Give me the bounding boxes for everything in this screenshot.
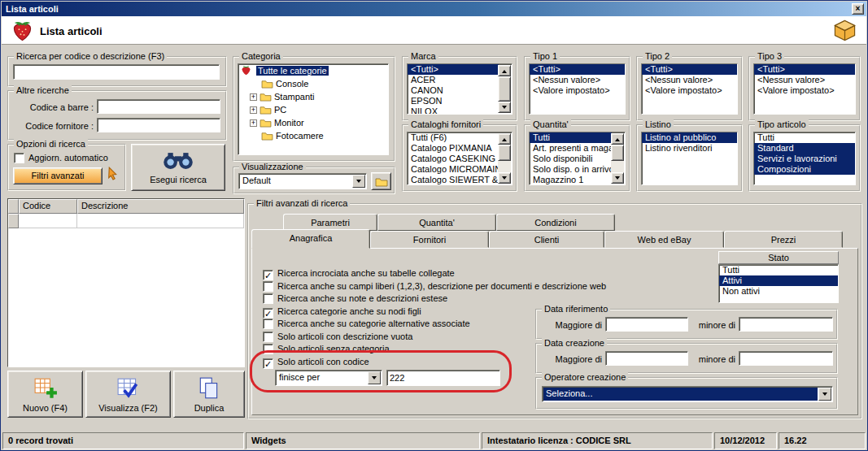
- list-item[interactable]: <Valore impostato>: [530, 85, 625, 96]
- list-item[interactable]: Magazzino 1: [530, 175, 612, 185]
- page-title: Lista articoli: [40, 25, 103, 37]
- tree-item-root[interactable]: Tutte le categorie: [238, 64, 388, 77]
- checkbox-unchecked-icon[interactable]: [14, 153, 24, 163]
- table-cell: [77, 214, 244, 228]
- folder-icon: [375, 176, 388, 189]
- list-item[interactable]: <Nessun valore>: [754, 75, 855, 85]
- list-item[interactable]: Tutti: [530, 132, 612, 143]
- license-panel: Intestatario licenza : CODICE SRL: [482, 432, 713, 449]
- scrollbar-thumb[interactable]: [498, 145, 511, 161]
- list-item[interactable]: <Tutti>: [754, 64, 855, 75]
- column-header-descrizione[interactable]: Descrizione: [77, 199, 244, 214]
- tree-item[interactable]: Console: [238, 77, 388, 90]
- list-item[interactable]: Tutti (F6): [408, 132, 499, 143]
- esegui-ricerca-label: Esegui ricerca: [132, 175, 225, 184]
- chevron-down-icon[interactable]: [352, 175, 365, 188]
- supplier-code-input[interactable]: [97, 118, 220, 132]
- cataloghi-list: Tutti (F6) Catalogo PIXMANIA Catalogo CA…: [407, 132, 513, 185]
- tab-prezzi[interactable]: Prezzi: [724, 231, 843, 248]
- scrollbar[interactable]: [611, 133, 624, 184]
- group-visualizzazione: Visualizzazione Default: [233, 167, 395, 194]
- scrollbar[interactable]: [498, 133, 511, 184]
- tab-quantita[interactable]: Quantita': [377, 214, 496, 231]
- nuovo-label: Nuovo (F4): [10, 403, 81, 413]
- barcode-input[interactable]: [97, 99, 220, 114]
- search-code-input[interactable]: [13, 64, 220, 80]
- tipo1-list: <Tutti> <Nessun valore> <Valore impostat…: [529, 63, 626, 115]
- close-icon: ×: [856, 4, 861, 13]
- list-item[interactable]: Listino al pubblico: [642, 132, 737, 143]
- list-item[interactable]: Catalogo CASEKING: [408, 154, 499, 164]
- list-item[interactable]: Tutti: [754, 132, 855, 143]
- auto-update-checkbox-row[interactable]: Aggiorn. automatico: [14, 152, 108, 163]
- list-item[interactable]: <Nessun valore>: [530, 75, 625, 85]
- tipo2-list: <Tutti> <Nessun valore> <Valore impostat…: [641, 63, 738, 115]
- list-item[interactable]: <Valore impostato>: [754, 85, 855, 96]
- list-item[interactable]: Servizi e lavorazioni: [754, 154, 855, 164]
- package-icon[interactable]: [833, 19, 857, 42]
- tree-item-label: Console: [276, 79, 308, 89]
- barcode-label: Codice a barre :: [11, 102, 94, 113]
- list-item[interactable]: ACER: [408, 75, 499, 85]
- tree-item[interactable]: +Stampanti: [238, 90, 388, 103]
- list-item[interactable]: Listino rivenditori: [642, 143, 737, 154]
- tree-item[interactable]: +PC: [238, 103, 388, 116]
- group-label: Tipo articolo: [755, 119, 809, 130]
- list-item[interactable]: Catalogo PIXMANIA: [408, 143, 499, 154]
- tab-anagrafica[interactable]: Anagrafica: [251, 229, 370, 249]
- tab-web-ed-ebay[interactable]: Web ed eBay: [604, 231, 724, 248]
- row-selector-cell[interactable]: [8, 214, 19, 228]
- tab-condizioni[interactable]: Condizioni: [496, 214, 615, 231]
- esegui-ricerca-button[interactable]: Esegui ricerca: [131, 144, 225, 191]
- list-item[interactable]: Catalogo SIEWERT & K: [408, 175, 499, 185]
- tab-parametri[interactable]: Parametri: [283, 214, 377, 231]
- list-item[interactable]: Solo disponibili: [530, 154, 612, 164]
- list-item[interactable]: Composizioni: [754, 164, 855, 175]
- visualizzazione-select[interactable]: Default: [238, 173, 367, 189]
- list-item[interactable]: <Valore impostato>: [642, 85, 737, 96]
- scroll-up-icon[interactable]: [498, 133, 511, 145]
- expand-plus-icon[interactable]: +: [250, 119, 257, 127]
- table-cell: [19, 214, 77, 228]
- list-item[interactable]: Catalogo MICROMAIN1: [408, 164, 499, 175]
- scroll-up-icon[interactable]: [611, 133, 624, 145]
- list-item[interactable]: Solo disp. o in arrivo: [530, 164, 612, 175]
- group-listino: Listino Listino al pubblico Listino rive…: [636, 124, 743, 192]
- scroll-down-icon[interactable]: [498, 102, 511, 113]
- list-item[interactable]: <Tutti>: [642, 64, 737, 75]
- widgets-panel: Widgets: [246, 432, 480, 449]
- visualizza-button[interactable]: Visualizza (F2): [85, 371, 171, 418]
- tab-fornitori[interactable]: Fornitori: [370, 231, 489, 248]
- expand-plus-icon[interactable]: +: [250, 106, 257, 114]
- list-item[interactable]: CANON: [408, 85, 499, 96]
- list-item[interactable]: Standard: [754, 143, 855, 154]
- tab-clienti[interactable]: Clienti: [489, 231, 604, 248]
- scrollbar-thumb[interactable]: [611, 145, 624, 161]
- list-item[interactable]: <Tutti>: [530, 64, 625, 75]
- scroll-down-icon[interactable]: [498, 172, 511, 184]
- duplica-button[interactable]: Duplica: [173, 371, 245, 418]
- list-item[interactable]: NILOX: [408, 106, 499, 115]
- scroll-down-icon[interactable]: [611, 172, 624, 184]
- scrollbar-thumb[interactable]: [498, 76, 511, 102]
- tree-item-label: Tutte le categorie: [256, 66, 329, 76]
- open-view-folder-button[interactable]: [371, 172, 391, 190]
- expand-plus-icon[interactable]: +: [250, 93, 257, 101]
- list-item[interactable]: EPSON: [408, 96, 499, 106]
- group-cataloghi-fornitori: Cataloghi fornitori Tutti (F6) Catalogo …: [402, 124, 517, 192]
- tree-item-label: Fotocamere: [276, 131, 324, 141]
- list-item[interactable]: Art. presenti a magaz: [530, 143, 612, 154]
- list-item[interactable]: <Nessun valore>: [642, 75, 737, 85]
- list-item[interactable]: <Tutti>: [408, 64, 499, 75]
- table-row[interactable]: [8, 214, 244, 228]
- close-button[interactable]: ×: [852, 3, 864, 15]
- scrollbar[interactable]: [498, 65, 511, 113]
- strawberry-icon: [11, 20, 33, 41]
- tipo3-list: <Tutti> <Nessun valore> <Valore impostat…: [753, 63, 856, 115]
- scroll-up-icon[interactable]: [498, 65, 511, 76]
- column-header-codice[interactable]: Codice: [19, 199, 77, 214]
- tree-item[interactable]: Fotocamere: [238, 129, 388, 142]
- nuovo-button[interactable]: Nuovo (F4): [7, 371, 83, 418]
- filtri-avanzati-button[interactable]: Filtri avanzati: [13, 167, 103, 184]
- tree-item[interactable]: +Monitor: [238, 116, 388, 129]
